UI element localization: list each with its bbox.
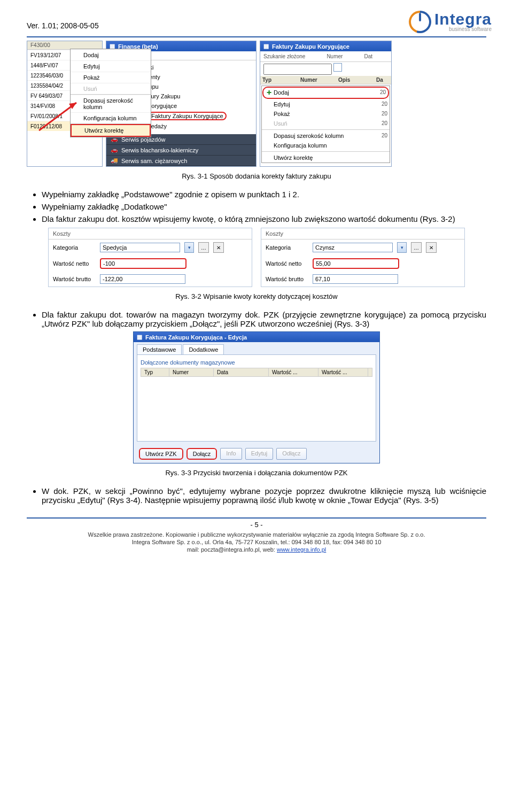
category-select[interactable] <box>100 243 180 252</box>
footer-rule <box>27 517 486 519</box>
car-icon: 🚗 <box>111 146 118 153</box>
bullet-item: W dok. PZK, w sekcji „Powinno być", edyt… <box>42 486 486 505</box>
more-button[interactable]: … <box>411 242 422 253</box>
website-link[interactable]: www.integra.info.pl <box>277 546 326 553</box>
bullet-list: Wypełniamy zakładkę „Podstawowe" zgodnie… <box>42 190 486 223</box>
col-header[interactable]: Da <box>376 77 389 83</box>
costs-panel-left: Koszty Kategoria ▾ … ✕ Wartość netto War… <box>48 228 252 287</box>
plus-icon: ✚ <box>267 89 271 96</box>
label: Wartość netto <box>266 260 308 267</box>
group-label: Dołączone dokumenty magazynowe <box>141 359 372 366</box>
edit-button: Edytuj <box>245 448 274 460</box>
bullet-item: Wypełniamy zakładkę „Dodatkowe" <box>42 202 486 211</box>
logo-icon <box>409 11 431 33</box>
figure-caption-3-2: Rys. 3-2 Wpisanie kwoty korekty dotycząc… <box>27 292 486 300</box>
filter-label: Dat <box>364 53 372 59</box>
truck-icon: 🚚 <box>111 157 118 164</box>
col-header[interactable]: Numer <box>169 368 214 376</box>
ctx-add[interactable]: Dodaj <box>71 49 151 60</box>
bullet-list: W dok. PZK, w sekcji „Powinno być", edyt… <box>42 486 486 505</box>
footer: Wszelkie prawa zastrzeżone. Kopiowanie i… <box>27 531 486 553</box>
copyright-line: Wszelkie prawa zastrzeżone. Kopiowanie i… <box>27 531 486 538</box>
search-input[interactable] <box>263 64 332 75</box>
brand-logo: Integra business software <box>409 11 492 33</box>
ctx-config-columns[interactable]: Konfiguracja kolumn <box>71 112 151 123</box>
tree-item[interactable]: Korygujące <box>147 103 177 109</box>
col-header[interactable]: Numer <box>300 77 338 83</box>
bullet-item: Wypełniamy zakładkę „Podstawowe" zgodnie… <box>42 190 486 199</box>
page-number: - 5 - <box>27 521 486 529</box>
label: Kategoria <box>266 244 308 251</box>
clear-button[interactable]: ✕ <box>426 242 437 253</box>
col-left: F430/00 <box>30 42 50 48</box>
costs-panel-right: Koszty Kategoria ▾ … ✕ Wartość netto War… <box>261 228 465 287</box>
figure-3-1: F430/00 FV193/12/07 1448/FV/07 1223546/0… <box>27 41 486 167</box>
address-line: Integra Software Sp. z o.o., ul. Orla 4a… <box>27 538 486 546</box>
ctx-delete: Usuń <box>71 83 151 94</box>
detach-button: Odłącz <box>276 448 306 460</box>
col-header[interactable]: Wartość ... <box>269 368 318 376</box>
ctx-config-columns[interactable]: Konfiguracja kolumn <box>262 141 390 150</box>
context-menu-right: ✚Dodaj20 Edytuj20 Pokaż20 Usuń20 Dopasuj… <box>261 86 390 163</box>
category-select[interactable] <box>313 243 393 252</box>
ctx-delete: Usuń20 <box>262 119 390 128</box>
ctx-edit[interactable]: Edytuj20 <box>262 99 390 109</box>
col-header[interactable]: Typ <box>141 368 169 376</box>
label: Wartość brutto <box>266 276 308 282</box>
col-header[interactable]: Data <box>214 368 269 376</box>
brand-name: Integra <box>434 12 492 26</box>
filter-label: Numer <box>327 53 343 59</box>
window-icon: ▦ <box>137 334 142 341</box>
col-header[interactable]: Opis <box>338 77 376 83</box>
ctx-add[interactable]: ✚Dodaj20 <box>262 87 389 99</box>
bullet-list: Dla faktur zakupu dot. towarów na magazy… <box>42 310 486 328</box>
clear-button[interactable]: ✕ <box>213 242 224 253</box>
bullet-item: Dla faktur zakupu dot. towarów na magazy… <box>42 310 486 328</box>
ctx-show[interactable]: Pokaż20 <box>262 109 390 119</box>
nav-item[interactable]: 🚚Serwis sam. ciężarowych <box>106 156 256 166</box>
ctx-create-correction[interactable]: Utwórz korektę <box>71 124 151 137</box>
dropdown-icon[interactable]: ▾ <box>184 242 194 253</box>
nav-item[interactable]: 🚗Serwis blacharsko-lakierniczy <box>106 145 256 156</box>
net-value-input[interactable] <box>313 258 399 269</box>
figure-3-3: ▦ Faktura Zakupu Korygująca - Edycja Pod… <box>133 331 380 463</box>
table-header: Typ Numer Data Wartość ... Wartość ... <box>141 368 372 377</box>
correction-list-panel: ▦ Faktury Zakupu Korygujące Szukanie zło… <box>260 41 392 167</box>
figure-3-2: Koszty Kategoria ▾ … ✕ Wartość netto War… <box>27 228 486 287</box>
ctx-fit-columns[interactable]: Dopasuj szerokość kolumn20 <box>262 131 390 141</box>
col-header[interactable]: Wartość ... <box>318 368 368 376</box>
filter-label: Szukanie złożone <box>263 53 305 59</box>
tab-additional[interactable]: Dodatkowe <box>183 344 224 354</box>
col-header[interactable]: Typ <box>262 77 300 83</box>
window-title: ▦ Faktury Zakupu Korygujące <box>260 41 391 51</box>
gross-value-input[interactable] <box>100 274 185 284</box>
group-label: Koszty <box>49 228 252 239</box>
info-button: Info <box>220 448 242 460</box>
window-title: ▦ Faktura Zakupu Korygująca - Edycja <box>134 332 379 342</box>
label: Wartość netto <box>53 260 96 267</box>
dropdown-icon[interactable]: ▾ <box>397 242 407 253</box>
ctx-create-correction[interactable]: Utwórz korektę <box>262 153 390 163</box>
label: Kategoria <box>53 244 96 251</box>
ctx-edit[interactable]: Edytuj <box>71 60 151 72</box>
group-label: Koszty <box>261 228 464 239</box>
more-button[interactable]: … <box>198 242 209 253</box>
label: Wartość brutto <box>53 276 96 282</box>
attach-button[interactable]: Dołącz <box>186 448 217 460</box>
figure-caption-3-1: Rys. 3-1 Sposób dodania korekty faktury … <box>27 172 486 180</box>
net-value-input[interactable] <box>100 258 186 269</box>
bullet-item: Dla faktur zakupu dot. kosztów wpisujemy… <box>42 214 486 223</box>
tab-basic[interactable]: Podstawowe <box>137 344 182 354</box>
window-icon: ▦ <box>263 43 269 50</box>
create-pzk-button[interactable]: Utwórz PZK <box>139 448 183 460</box>
invoice-grid-panel: F430/00 FV193/12/07 1448/FV/07 1223546/0… <box>27 41 103 167</box>
ctx-fit-columns[interactable]: Dopasuj szerokość kolumn <box>71 95 151 112</box>
context-menu-left: Dodaj Edytuj Pokaż Usuń Dopasuj szerokoś… <box>70 49 151 137</box>
contact-line: mail: poczta@integra.info.pl, web: <box>187 546 277 553</box>
checkbox[interactable] <box>333 63 342 72</box>
figure-caption-3-3: Rys. 3-3 Przyciski tworzenia i dołączani… <box>27 469 486 477</box>
tree-item-highlighted[interactable]: Faktury Zakupu Korygujące <box>148 112 227 120</box>
ctx-show[interactable]: Pokaż <box>71 72 151 83</box>
header-rule <box>27 36 486 37</box>
gross-value-input[interactable] <box>313 274 398 284</box>
